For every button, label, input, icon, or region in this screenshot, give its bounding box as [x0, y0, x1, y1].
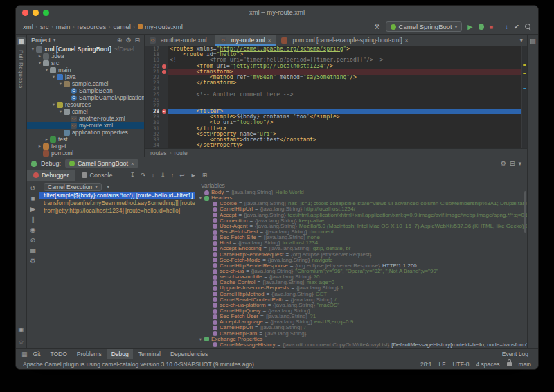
caret-position[interactable]: 28:1 — [420, 361, 432, 368]
filter-icon[interactable]: ▼ — [106, 184, 111, 189]
project-tree-row[interactable]: resources — [27, 101, 144, 108]
project-tree-row[interactable]: sample.camel — [27, 80, 144, 87]
project-tree-row[interactable]: application.properties — [27, 129, 144, 136]
variable-row[interactable]: CamelHttpMethod = {java.lang.String} GET — [195, 292, 527, 297]
git-tool-button[interactable]: Git — [29, 349, 45, 359]
editor-line[interactable]: 18 <route id="hello"> — [145, 52, 527, 57]
breakpoint-icon[interactable] — [161, 57, 168, 63]
breakpoint-icon[interactable] — [161, 80, 168, 86]
stop-icon[interactable]: ■ — [31, 195, 35, 202]
variable-row[interactable]: CamelMessageHistory = {java.util.concurr… — [195, 342, 527, 348]
breakpoint-icon[interactable] — [161, 137, 168, 143]
editor-tab[interactable]: my-route.xml × — [215, 35, 277, 46]
dependencies-tool-button[interactable]: Dependencies — [166, 349, 212, 359]
warning-stripe-mark[interactable] — [523, 64, 526, 66]
breakpoint-icon[interactable] — [161, 86, 168, 91]
variable-row[interactable]: sec-ch-ua-platform = {java.lang.String} … — [195, 303, 527, 308]
editor-line[interactable]: 24 — [145, 86, 527, 91]
run-button[interactable]: ▶ — [467, 24, 472, 30]
twisty-icon[interactable] — [37, 53, 43, 60]
variable-row[interactable]: Sec-Fetch-User = {java.lang.String} ?1 — [195, 314, 527, 319]
variable-row[interactable]: CamelServletContextPath = {java.lang.Str… — [195, 297, 527, 303]
git-branch[interactable]: main — [519, 361, 531, 368]
hide-panel-icon[interactable]: ⊟ — [134, 37, 140, 44]
editor-scrollbar[interactable] — [521, 46, 527, 148]
terminal-tool-button[interactable]: Terminal — [134, 349, 165, 359]
project-tree-row[interactable]: xml [Camel SpringBoot] ~/Develop/camel-s… — [27, 46, 144, 53]
editor-line[interactable]: 23 </transform> — [145, 80, 527, 86]
indent-style[interactable]: 4 spaces — [476, 361, 500, 368]
editor-breadcrumb-item[interactable]: routes — [150, 150, 167, 157]
maven-tool-button[interactable]: ▤ — [530, 37, 536, 45]
settings-icon[interactable]: ⚙ — [125, 37, 131, 44]
mute-breakpoints-icon[interactable]: ⊘ — [30, 236, 36, 244]
settings-icon[interactable]: ⚙ — [30, 257, 36, 265]
project-tree-row[interactable]: test — [27, 136, 144, 143]
favorites-tool-button[interactable]: ☆ — [18, 338, 24, 346]
zoom-window-button[interactable] — [43, 10, 49, 16]
breakpoint-icon[interactable] — [161, 109, 168, 114]
search-everywhere-button[interactable] — [525, 24, 531, 30]
view-breakpoints-icon[interactable]: ◉ — [30, 226, 35, 233]
todo-tool-button[interactable]: TODO — [46, 349, 71, 359]
close-tab-icon[interactable]: × — [131, 161, 134, 167]
project-tree-row[interactable]: java — [27, 73, 144, 80]
breakpoint-icon[interactable] — [161, 46, 168, 52]
step-over-icon[interactable]: ↷ — [141, 172, 146, 179]
twisty-icon[interactable] — [197, 337, 204, 342]
rerun-icon[interactable]: ↺ — [30, 184, 36, 192]
breakpoint-icon[interactable] — [161, 103, 168, 109]
twisty-icon[interactable] — [37, 60, 43, 66]
variable-row[interactable]: CamelHttpUri = {java.lang.String} / — [195, 325, 527, 330]
variable-row[interactable]: Cookie = {java.lang.String} has_js=1; ct… — [195, 201, 527, 206]
editor-line[interactable]: 21 <transform> — [145, 69, 527, 75]
twisty-icon[interactable] — [51, 73, 57, 80]
force-step-into-icon[interactable]: ⇓ — [160, 172, 166, 179]
frames-view-select[interactable]: Camel Execution ▾ — [44, 183, 102, 191]
problems-tool-button[interactable]: Problems — [73, 349, 106, 359]
variable-row[interactable]: User-Agent = {java.lang.String} Mozilla/… — [195, 224, 527, 229]
line-separator[interactable]: LF — [439, 361, 446, 368]
structure-tool-button[interactable]: ▣ — [18, 326, 24, 333]
breakpoint-icon[interactable] — [161, 98, 168, 103]
run-to-cursor-icon[interactable]: ► — [190, 172, 197, 179]
editor-line[interactable]: 22 <method ref="myBean" method="saySomet… — [145, 75, 527, 80]
variable-row[interactable]: CamelHttpQuery = {java.lang.String} — [195, 308, 527, 314]
project-tree-row[interactable]: camel — [27, 108, 144, 115]
resume-icon[interactable]: ▶ — [30, 205, 35, 213]
scrollbar[interactable] — [524, 191, 526, 233]
twisty-icon[interactable] — [44, 136, 50, 143]
debug-view-tab[interactable]: Debugger — [27, 170, 75, 181]
project-tree-row[interactable]: target — [27, 143, 144, 150]
evaluate-expression-icon[interactable]: ⊞ — [202, 172, 208, 179]
frame-row[interactable]: transform[bean[ref:myBean method:saySome… — [39, 199, 195, 207]
minimize-window-button[interactable] — [33, 10, 39, 16]
editor-line[interactable]: 27 — [145, 103, 527, 109]
editor-line[interactable]: 32 <setProperty name="uri"> — [145, 132, 527, 137]
project-tree-row[interactable]: SampleCamelApplication — [27, 94, 144, 101]
variable-row[interactable]: CamelHttpServletResponse = {org.eclipse.… — [195, 263, 527, 269]
breakpoint-icon[interactable] — [161, 143, 168, 148]
breakpoint-icon[interactable] — [161, 92, 168, 98]
breadcrumb-item[interactable]: main › — [56, 23, 75, 30]
twisty-icon[interactable] — [197, 195, 204, 201]
locate-file-icon[interactable]: ⊕ — [117, 37, 123, 44]
toolbar-separator[interactable] — [499, 23, 499, 31]
step-into-icon[interactable]: ↓ — [152, 172, 155, 179]
stop-button[interactable]: ■ — [490, 24, 494, 30]
breadcrumb-item[interactable]: src › — [40, 23, 53, 30]
frame-row[interactable]: from[jetty:http://localhost:1234] [route… — [39, 207, 195, 215]
pull-requests-tool-button[interactable]: Pull Requests — [18, 50, 24, 89]
event-log-button[interactable]: Event Log — [498, 349, 533, 359]
step-out-icon[interactable]: ↑ — [171, 172, 175, 179]
variable-row[interactable]: Accept-Encoding = {java.lang.String} gzi… — [195, 246, 527, 251]
editor-line[interactable]: 25 <!-- Another comment here --> — [145, 92, 527, 98]
twisty-icon[interactable] — [44, 66, 50, 73]
project-tree-row[interactable]: .idea — [27, 53, 144, 60]
breadcrumb-item[interactable]: my-route.xml — [138, 23, 185, 30]
layout-icon[interactable]: ⊟ — [510, 160, 515, 167]
run-configuration-select[interactable]: Camel SpringBoot ▾ — [386, 21, 463, 32]
editor-line[interactable]: 28 <filter> — [145, 109, 527, 114]
debug-tool-button[interactable]: Debug — [107, 349, 133, 359]
breakpoint-icon[interactable] — [161, 120, 168, 125]
